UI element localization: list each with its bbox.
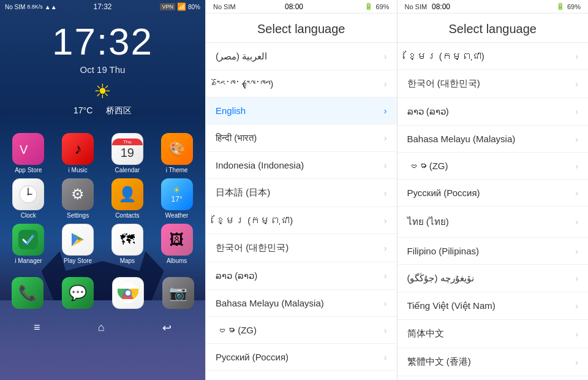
lang1-item-8[interactable]: ລາວ (ລາວ) › — [206, 262, 397, 290]
lang1-item-1[interactable]: རྫོང་ཁ་ (རྒྱལ་ཁབ) › — [206, 70, 397, 97]
lang1-item-chevron-0: › — [384, 51, 387, 61]
lang1-item-6[interactable]: ខ្មែរ (កម្ពុជា) › — [206, 207, 397, 234]
lang1-item-text-10: ဗမာ (ZG) — [216, 325, 257, 335]
signal-speed: 8.8K/s — [27, 4, 43, 10]
app-clock[interactable]: Clock — [6, 178, 51, 219]
back-icon[interactable]: ↩ — [162, 321, 172, 335]
lang2-item-9[interactable]: Tiếng Việt (Việt Nam) › — [398, 292, 589, 320]
lang2-item-1[interactable]: 한국어 (대한민국) › — [398, 70, 589, 98]
settings-icon: ⚙ — [62, 178, 94, 210]
lang2-item-7[interactable]: Filipino (Pilipinas) › — [398, 238, 589, 265]
lang1-item-chevron-9: › — [384, 298, 387, 308]
app-imanager[interactable]: i Manager — [6, 224, 51, 264]
lang1-item-chevron-3: › — [384, 133, 387, 143]
phone-dock-icon: 📞 — [12, 277, 43, 309]
lang2-item-chevron-2: › — [575, 107, 578, 116]
lang1-item-text-7: 한국어 (대한민국) — [216, 242, 288, 254]
app-albums[interactable]: 🖼 Albums — [154, 224, 199, 264]
home-icon[interactable]: ⌂ — [98, 321, 105, 335]
lang1-list[interactable]: العربية (مصر) › རྫོང་ཁ་ (རྒྱལ་ཁབ) › Engl… — [206, 43, 397, 380]
lang2-item-text-1: 한국어 (대한민국) — [407, 78, 480, 89]
app-contacts[interactable]: 👤 Contacts — [105, 178, 150, 219]
lang1-time: 08:00 — [285, 2, 303, 11]
lang1-title: Select language — [206, 13, 397, 43]
lang2-item-8[interactable]: نۆيغۇرچە (جۇڭگو) › — [398, 265, 589, 292]
app-playstore[interactable]: Play Store — [56, 224, 100, 264]
lang2-item-5[interactable]: Русский (Россия) › — [398, 180, 589, 207]
lang2-item-12[interactable]: 繁體中文 (臺灣) › — [398, 376, 589, 380]
lang2-item-chevron-3: › — [575, 134, 578, 144]
svg-rect-5 — [18, 230, 38, 249]
lang1-item-text-3: हिन्दी (भारत) — [216, 132, 257, 143]
lang1-item-chevron-6: › — [384, 216, 387, 226]
svg-point-9 — [126, 291, 130, 295]
appstore-icon: V — [12, 133, 44, 165]
weather-temp: 17°C — [74, 105, 92, 115]
app-settings[interactable]: ⚙ Settings — [56, 178, 100, 219]
lang2-item-6[interactable]: ไทย (ไทย) › — [398, 207, 589, 238]
phone-time: 17:32 — [0, 20, 205, 63]
weather-info: 17°C 桥西区 — [0, 105, 205, 116]
lang2-item-text-6: ไทย (ไทย) — [407, 215, 449, 229]
dock: 📞 💬 📷 — [0, 272, 205, 314]
lang2-item-4[interactable]: ဗမာ (ZG) › — [398, 153, 589, 180]
lang2-list[interactable]: ខ្មែរ (កម្ពុជា) › 한국어 (대한민국) › ລາວ (ລາວ)… — [398, 43, 589, 380]
lang2-item-11[interactable]: 繁體中文 (香港) › — [398, 348, 589, 376]
weather-sun-icon: ☀ — [0, 80, 205, 103]
lang2-item-chevron-7: › — [575, 246, 578, 256]
lang2-item-text-9: Tiếng Việt (Việt Nam) — [407, 300, 496, 311]
dock-camera[interactable]: 📷 — [162, 277, 194, 309]
lang2-battery: 69% — [567, 3, 581, 10]
lang2-item-text-3: Bahasa Melayu (Malaysia) — [407, 134, 516, 144]
lang1-item-7[interactable]: 한국어 (대한민국) › — [206, 234, 397, 262]
battery-label: 80% — [188, 4, 200, 10]
weather-icon-app: ☀ 17° — [161, 178, 193, 210]
lang1-item-3[interactable]: हिन्दी (भारत) › — [206, 124, 397, 152]
lang1-battery-icon: 🔋 — [364, 2, 373, 10]
lang2-item-10[interactable]: 简体中文 › — [398, 320, 589, 348]
lang2-carrier: No SIM — [405, 3, 428, 10]
lang1-item-chevron-4: › — [384, 161, 387, 170]
lang1-item-4[interactable]: Indonesia (Indonesia) › — [206, 152, 397, 179]
albums-label: Albums — [167, 257, 187, 264]
lang1-item-text-0: العربية (مصر) — [216, 51, 267, 62]
lang2-item-text-5: Русский (Россия) — [407, 188, 480, 198]
lang1-carrier: No SIM — [213, 3, 236, 10]
menu-icon[interactable]: ≡ — [34, 321, 40, 335]
phone-panel: No SIM 8.8K/s ▲▲ 17:32 VPN 📶 80% 17:32 O… — [0, 0, 205, 380]
dock-phone[interactable]: 📞 — [12, 277, 43, 309]
lang1-item-9[interactable]: Bahasa Melayu (Malaysia) › — [206, 290, 397, 317]
app-imusic[interactable]: ♪ i Music — [56, 133, 100, 173]
app-weather[interactable]: ☀ 17° Weather — [154, 178, 199, 219]
lang1-item-12[interactable]: ไทย (ไทย) › — [206, 371, 397, 380]
lang2-item-3[interactable]: Bahasa Melayu (Malaysia) › — [398, 126, 589, 153]
contacts-icon: 👤 — [111, 178, 143, 210]
lang1-item-0[interactable]: العربية (مصر) › — [206, 43, 397, 70]
app-calendar[interactable]: Thu 19 Calendar — [105, 133, 150, 173]
app-itheme[interactable]: 🎨 i Theme — [154, 133, 199, 173]
lang2-item-text-7: Filipino (Pilipinas) — [407, 246, 480, 256]
calendar-label: Calendar — [115, 167, 140, 173]
clock-label: Clock — [21, 212, 36, 219]
lang2-item-2[interactable]: ລາວ (ລາວ) › — [398, 98, 589, 126]
clock-icon — [12, 178, 44, 210]
lang1-battery: 69% — [375, 3, 389, 10]
app-maps[interactable]: 🗺 Maps — [105, 224, 150, 264]
wifi-icon: 📶 — [177, 2, 186, 11]
lang2-item-0[interactable]: ខ្មែរ (កម្ពុជា) › — [398, 43, 589, 70]
lang1-item-chevron-1: › — [384, 79, 387, 89]
dock-messages[interactable]: 💬 — [62, 277, 94, 309]
lang1-item-chevron-7: › — [384, 243, 387, 253]
lang1-item-5[interactable]: 日本語 (日本) › — [206, 179, 397, 207]
dock-chrome[interactable] — [112, 277, 144, 309]
lang2-item-chevron-5: › — [575, 188, 578, 198]
phone-date: Oct 19 Thu — [0, 64, 205, 75]
imusic-icon: ♪ — [62, 133, 94, 165]
vpn-label: VPN — [160, 3, 175, 10]
weather-location: 桥西区 — [106, 105, 132, 115]
lang1-item-2[interactable]: English › — [206, 97, 397, 124]
lang1-item-10[interactable]: ဗမာ (ZG) › — [206, 317, 397, 344]
lang2-item-text-8: نۆيغۇرچە (جۇڭگو) — [407, 273, 474, 284]
lang1-item-11[interactable]: Русский (Россия) › — [206, 344, 397, 371]
app-appstore[interactable]: V App Store — [6, 133, 51, 173]
